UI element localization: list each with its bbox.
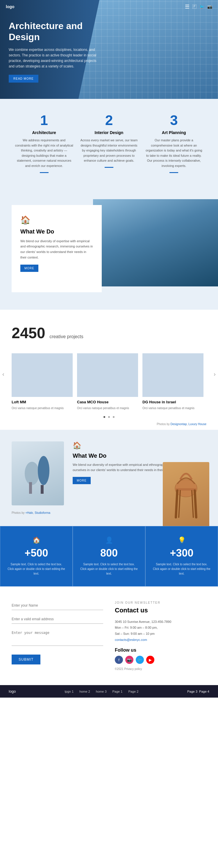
footer-nav: logo tpgn 1 home 2 home 3 Page 1 Page 2 … bbox=[0, 685, 218, 698]
submit-button[interactable]: SUBMIT bbox=[12, 655, 40, 664]
service-3-desc: Our master plans provide a comprehensive… bbox=[145, 138, 203, 169]
instagram-follow-icon[interactable]: 📷 bbox=[125, 656, 133, 664]
project-3-desc: Orci varius natoque penatibus et magnis bbox=[143, 406, 204, 410]
service-3-title: Art Planning bbox=[145, 130, 203, 135]
service-1-divider bbox=[40, 172, 49, 173]
menu-icon[interactable]: ☰ bbox=[185, 3, 189, 10]
footer-link-1[interactable]: tpgn 1 bbox=[65, 690, 74, 693]
chairs-image bbox=[12, 441, 64, 505]
counter-number: 2450 bbox=[12, 324, 45, 341]
service-2-divider bbox=[105, 167, 113, 168]
carousel-dot-2[interactable] bbox=[108, 416, 110, 418]
photos-credit-link-3[interactable]: +Halo bbox=[25, 511, 33, 515]
wwd1-image-inner bbox=[93, 199, 218, 286]
service-3-divider bbox=[169, 172, 178, 173]
footer-link-4[interactable]: Page 1 bbox=[113, 690, 123, 693]
project-1-image bbox=[12, 353, 73, 397]
counter-label: creative projects bbox=[50, 334, 84, 339]
message-input[interactable] bbox=[12, 628, 103, 646]
svg-line-7 bbox=[195, 491, 196, 517]
house-icon-2: 🏠 bbox=[73, 441, 206, 450]
join-newsletter-label: JOIN OUR NEWSLETTER bbox=[115, 601, 206, 604]
project-2-desc: Orci varius natoque penatibus et magnis bbox=[77, 406, 138, 410]
photos-credit-link-4[interactable]: Studioforma bbox=[35, 511, 50, 515]
copyright-text: ©2021 Privacy policy bbox=[115, 668, 206, 671]
stat-1-number: +500 bbox=[7, 547, 65, 559]
projects-carousel: ‹ Loft MM Orci varius natoque penatibus … bbox=[0, 347, 218, 430]
svg-rect-2 bbox=[29, 482, 32, 494]
svg-point-1 bbox=[38, 456, 50, 485]
follow-section: Follow us f 📷 🐦 ▶ ©2021 Privacy policy bbox=[115, 643, 206, 671]
svg-rect-3 bbox=[41, 485, 43, 494]
project-2-image bbox=[77, 353, 138, 397]
service-2-number: 2 bbox=[80, 114, 138, 127]
footer-link-3[interactable]: home 3 bbox=[96, 690, 107, 693]
what-we-do-section-1: 🏠 What We Do We blend our diversity of e… bbox=[0, 188, 218, 310]
project-2-title: Casa MCO House bbox=[77, 400, 138, 404]
wwd1-desc: We blend our diversity of expertise with… bbox=[20, 239, 93, 260]
stat-box-3: 💡 +300 Sample text. Click to select the … bbox=[145, 526, 218, 587]
service-architecture: 1 Architecture We address requirements a… bbox=[15, 114, 73, 173]
email-input[interactable] bbox=[12, 615, 103, 624]
project-item-1: Loft MM Orci varius natoque penatibus et… bbox=[12, 353, 73, 410]
nav-social-icons: ☰ 🇫 🐦 📷 bbox=[185, 3, 212, 10]
footer-page-3[interactable]: Page 3 bbox=[187, 690, 197, 693]
service-1-desc: We address requirements and constraints … bbox=[15, 138, 73, 169]
stats-section: 🏠 +500 Sample text. Click to select the … bbox=[0, 526, 218, 587]
wicker-chair-image bbox=[163, 462, 209, 526]
contact-section: SUBMIT JOIN OUR NEWSLETTER Contact us 30… bbox=[0, 587, 218, 685]
name-input[interactable] bbox=[12, 601, 103, 610]
top-nav: logo ☰ 🇫 🐦 📷 bbox=[0, 0, 218, 13]
photos-credit-link-1[interactable]: Designontap bbox=[170, 423, 187, 426]
stat-3-number: +300 bbox=[153, 547, 211, 559]
service-3-number: 3 bbox=[145, 114, 203, 127]
home-stat-icon: 🏠 bbox=[7, 536, 65, 544]
project-item-3: DG House in Israel Orci varius natoque p… bbox=[143, 353, 204, 410]
facebook-follow-icon[interactable]: f bbox=[115, 656, 123, 664]
hero-description: We combine expertise across disciplines,… bbox=[9, 47, 102, 69]
twitter-icon[interactable]: 🐦 bbox=[199, 4, 204, 9]
twitter-follow-icon[interactable]: 🐦 bbox=[136, 656, 144, 664]
stat-box-1: 🏠 +500 Sample text. Click to select the … bbox=[0, 526, 73, 587]
carousel-dots bbox=[0, 410, 218, 423]
contact-info: JOIN OUR NEWSLETTER Contact us 3045 10 S… bbox=[115, 601, 206, 671]
youtube-follow-icon[interactable]: ▶ bbox=[146, 656, 154, 664]
wwd2-more-button[interactable]: MORE bbox=[73, 477, 91, 484]
photos-credit-link-2[interactable]: Luxury House bbox=[188, 423, 206, 426]
service-2-title: Interior Design bbox=[80, 130, 138, 135]
svg-rect-5 bbox=[176, 488, 196, 491]
wwd1-more-button[interactable]: MORE bbox=[20, 265, 38, 272]
stat-2-desc: Sample text. Click to select the text bo… bbox=[80, 562, 138, 576]
follow-icons: f 📷 🐦 ▶ bbox=[115, 656, 206, 664]
read-more-button[interactable]: READ MORE bbox=[9, 75, 38, 83]
footer-link-2[interactable]: home 2 bbox=[80, 690, 90, 693]
carousel-dot-1[interactable] bbox=[103, 416, 105, 418]
carousel-next-button[interactable]: › bbox=[214, 371, 216, 377]
counter-section: 2450 creative projects bbox=[0, 310, 218, 347]
footer-page-numbers: Page 3 Page 4 bbox=[187, 690, 209, 693]
facebook-icon[interactable]: 🇫 bbox=[192, 4, 196, 9]
project-1-desc: Orci varius natoque penatibus et magnis bbox=[12, 406, 73, 410]
svg-point-0 bbox=[25, 462, 39, 485]
wwd2-title: What We Do bbox=[73, 453, 206, 459]
footer-link-5[interactable]: Page 2 bbox=[128, 690, 138, 693]
wwd1-building-image bbox=[93, 199, 218, 286]
service-2-desc: Across every market we serve, our team d… bbox=[80, 138, 138, 163]
instagram-icon[interactable]: 📷 bbox=[207, 4, 212, 9]
house-icon-1: 🏠 bbox=[20, 215, 93, 225]
stat-2-number: 800 bbox=[80, 547, 138, 559]
contact-title: Contact us bbox=[115, 607, 206, 614]
stat-box-2: 👤 800 Sample text. Click to select the t… bbox=[73, 526, 145, 587]
wwd2-container: 🏠 What We Do We blend our diversity of e… bbox=[0, 430, 218, 511]
photos-credit-1: Photos by Designontap, Luxury House bbox=[0, 423, 218, 427]
carousel-prev-button[interactable]: ‹ bbox=[2, 371, 4, 377]
header-logo[interactable]: logo bbox=[6, 4, 14, 9]
contact-email-link[interactable]: contacts@esbnyc.com bbox=[115, 638, 147, 642]
service-interior: 2 Interior Design Across every market we… bbox=[80, 114, 138, 173]
project-item-2: Casa MCO House Orci varius natoque penat… bbox=[77, 353, 138, 410]
footer-page-4[interactable]: Page 4 bbox=[199, 690, 209, 693]
project-3-image bbox=[143, 353, 204, 397]
footer-logo: logo bbox=[9, 689, 16, 693]
carousel-dot-3[interactable] bbox=[113, 416, 115, 418]
service-1-title: Architecture bbox=[15, 130, 73, 135]
